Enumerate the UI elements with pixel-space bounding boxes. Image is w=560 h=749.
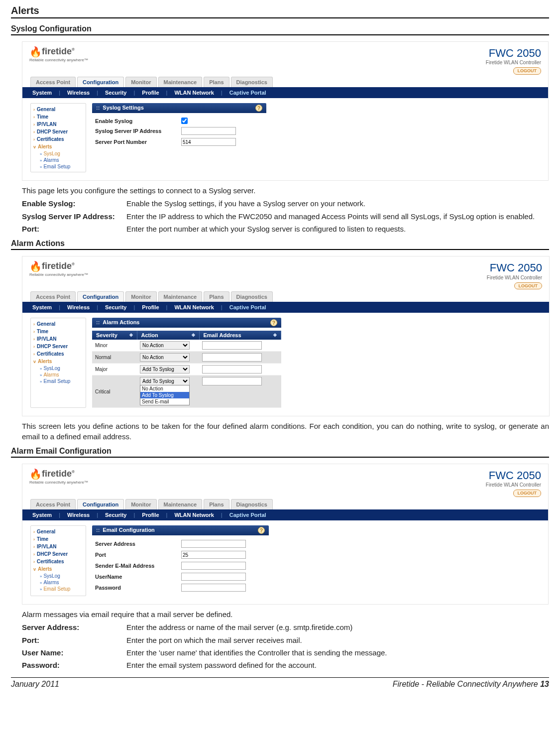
option-no-action[interactable]: No Action: [140, 385, 189, 392]
subtab-system[interactable]: System: [30, 304, 54, 310]
input-email-major[interactable]: [202, 365, 262, 374]
sidebar-sub-alarms[interactable]: »Alarms: [31, 157, 86, 163]
tab-plans[interactable]: Plans: [204, 291, 229, 302]
input-server-address[interactable]: [181, 540, 246, 548]
sidebar-sub-syslog[interactable]: »SysLog: [31, 573, 86, 579]
subtab-wireless[interactable]: Wireless: [65, 304, 92, 310]
subtab-profile[interactable]: Profile: [140, 512, 161, 518]
sidebar-item-general[interactable]: ›General: [31, 320, 86, 328]
sidebar-item-dhcp[interactable]: ›DHCP Server: [31, 128, 86, 135]
option-send-email[interactable]: Send E-mail: [140, 398, 189, 405]
sidebar-sub-email[interactable]: »Email Setup: [31, 163, 86, 170]
input-email-normal[interactable]: [202, 353, 262, 362]
subtab-captive-portal[interactable]: Captive Portal: [227, 512, 268, 518]
input-email-critical[interactable]: [202, 377, 262, 385]
sidebar-item-general[interactable]: ›General: [31, 106, 86, 113]
input-password[interactable]: [181, 584, 246, 592]
body-password: Enter the email system password defined …: [126, 660, 549, 670]
input-syslog-ip[interactable]: [181, 127, 236, 135]
tab-plans[interactable]: Plans: [204, 499, 229, 509]
sidebar-item-dhcp[interactable]: ›DHCP Server: [31, 550, 86, 558]
sidebar-item-dhcp[interactable]: ›DHCP Server: [31, 343, 86, 350]
subtab-captive-portal[interactable]: Captive Portal: [227, 90, 268, 96]
input-email-minor[interactable]: [202, 341, 262, 350]
sidebar-item-time[interactable]: ›Time: [31, 535, 86, 543]
logout-button[interactable]: LOGOUT: [513, 67, 542, 75]
subtab-system[interactable]: System: [30, 90, 54, 96]
tab-maintenance[interactable]: Maintenance: [158, 77, 203, 87]
tab-access-point[interactable]: Access Point: [30, 291, 76, 302]
syslog-intro: This page lets you configure the setting…: [22, 186, 549, 196]
tab-configuration[interactable]: Configuration: [77, 77, 124, 87]
tab-monitor[interactable]: Monitor: [125, 291, 156, 302]
sidebar-sub-alarms[interactable]: »Alarms: [31, 579, 86, 586]
flame-icon: 🔥: [29, 261, 42, 272]
sidebar-item-certs[interactable]: ›Certificates: [31, 558, 86, 565]
input-email-port[interactable]: [181, 551, 246, 559]
subtab-wireless[interactable]: Wireless: [65, 90, 92, 96]
logout-button[interactable]: LOGOUT: [513, 490, 542, 497]
sidebar-item-certs[interactable]: ›Certificates: [31, 350, 86, 358]
select-action-critical[interactable]: Add To Syslog: [140, 377, 190, 385]
tab-maintenance[interactable]: Maintenance: [158, 291, 203, 302]
panel-title-email: Email Configuration: [100, 527, 258, 534]
tab-monitor[interactable]: Monitor: [125, 499, 156, 509]
tab-access-point[interactable]: Access Point: [30, 77, 76, 87]
sidebar-item-time[interactable]: ›Time: [31, 328, 86, 335]
help-icon[interactable]: ?: [258, 527, 265, 534]
sidebar-item-ipvlan[interactable]: ›IP/VLAN: [31, 121, 86, 128]
col-email[interactable]: Email Address◆: [199, 331, 281, 340]
select-action-minor[interactable]: No Action: [140, 341, 190, 350]
sidebar: ›General ›Time ›IP/VLAN ›DHCP Server ›Ce…: [30, 318, 86, 408]
checkbox-enable-syslog[interactable]: [181, 118, 188, 124]
tab-access-point[interactable]: Access Point: [30, 499, 76, 509]
option-add-syslog[interactable]: Add To Syslog: [140, 392, 189, 398]
subtab-wlan[interactable]: WLAN Network: [172, 512, 216, 518]
col-severity[interactable]: Severity◆: [92, 331, 137, 340]
sidebar-item-certs[interactable]: ›Certificates: [31, 135, 86, 143]
sidebar-sub-syslog[interactable]: »SysLog: [31, 150, 86, 157]
logout-button[interactable]: LOGOUT: [514, 282, 543, 290]
col-action[interactable]: Action◆: [137, 331, 199, 340]
tab-configuration[interactable]: Configuration: [77, 291, 124, 302]
sidebar-sub-syslog[interactable]: »SysLog: [31, 365, 86, 372]
logo: 🔥firetide® Reliable connectivity anywher…: [29, 47, 88, 62]
help-icon[interactable]: ?: [270, 319, 277, 326]
subtab-captive-portal[interactable]: Captive Portal: [227, 304, 268, 310]
select-action-normal[interactable]: No Action: [140, 353, 190, 362]
dropdown-action-open[interactable]: No Action Add To Syslog Send E-mail: [140, 385, 190, 405]
help-icon[interactable]: ?: [255, 105, 262, 112]
subtab-system[interactable]: System: [30, 512, 54, 518]
sidebar-sub-email[interactable]: »Email Setup: [31, 378, 86, 384]
body-port: Enter the port number at which your Sysl…: [126, 224, 549, 234]
sidebar-item-alerts[interactable]: vAlerts: [31, 143, 86, 150]
sidebar-sub-email[interactable]: »Email Setup: [31, 586, 86, 592]
sidebar-sub-alarms[interactable]: »Alarms: [31, 372, 86, 378]
select-action-major[interactable]: Add To Syslog: [140, 365, 190, 374]
sidebar-item-time[interactable]: ›Time: [31, 113, 86, 121]
subtab-wireless[interactable]: Wireless: [65, 512, 92, 518]
input-username[interactable]: [181, 573, 246, 581]
tab-diagnostics[interactable]: Diagnostics: [231, 499, 273, 509]
sidebar-item-general[interactable]: ›General: [31, 528, 86, 535]
sidebar-item-alerts[interactable]: vAlerts: [31, 565, 86, 573]
subtab-security[interactable]: Security: [103, 304, 128, 310]
tab-monitor[interactable]: Monitor: [125, 77, 156, 87]
tab-diagnostics[interactable]: Diagnostics: [231, 77, 273, 87]
subtab-security[interactable]: Security: [103, 512, 128, 518]
tab-plans[interactable]: Plans: [204, 77, 229, 87]
subtab-security[interactable]: Security: [103, 90, 128, 96]
subtab-profile[interactable]: Profile: [140, 90, 161, 96]
screenshot-alarms: 🔥firetide® Reliable connectivity anywher…: [22, 256, 550, 416]
subtab-wlan[interactable]: WLAN Network: [172, 304, 216, 310]
tab-configuration[interactable]: Configuration: [77, 499, 124, 509]
input-syslog-port[interactable]: [181, 138, 236, 146]
sidebar-item-ipvlan[interactable]: ›IP/VLAN: [31, 335, 86, 343]
sidebar-item-ipvlan[interactable]: ›IP/VLAN: [31, 543, 86, 550]
tab-diagnostics[interactable]: Diagnostics: [231, 291, 273, 302]
sidebar-item-alerts[interactable]: vAlerts: [31, 358, 86, 365]
input-sender[interactable]: [181, 562, 246, 570]
tab-maintenance[interactable]: Maintenance: [158, 499, 203, 509]
subtab-wlan[interactable]: WLAN Network: [172, 90, 216, 96]
subtab-profile[interactable]: Profile: [140, 304, 161, 310]
